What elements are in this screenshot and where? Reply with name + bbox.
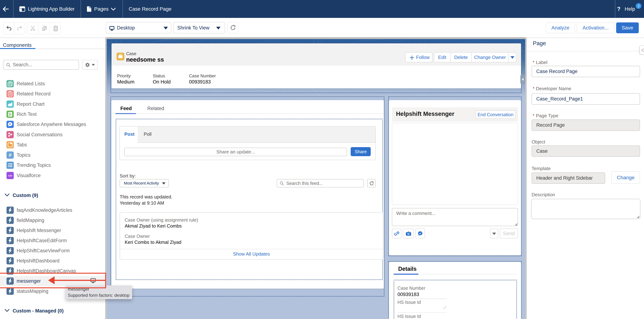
svg-text:#: # [9,152,12,158]
svg-text:</>: </> [8,174,12,178]
